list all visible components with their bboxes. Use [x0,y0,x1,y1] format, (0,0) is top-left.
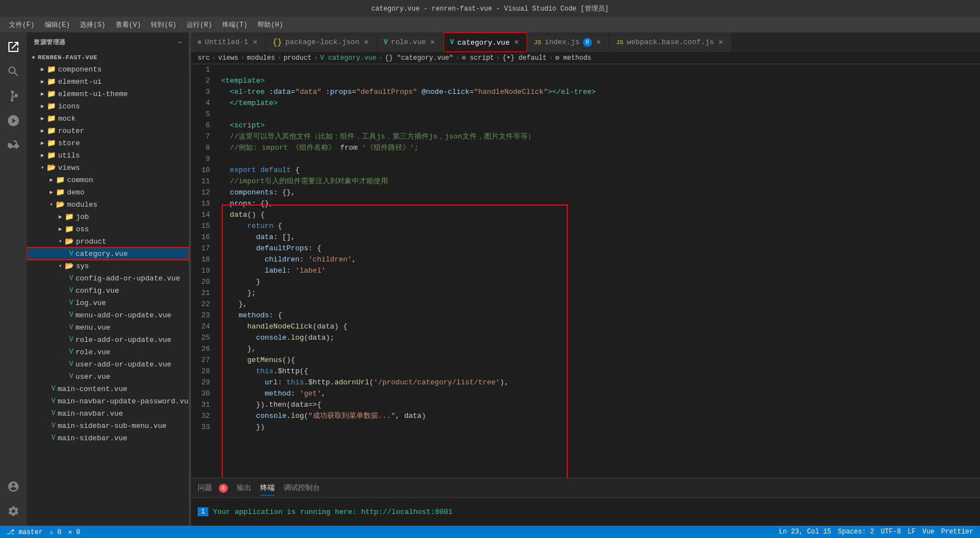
menu-select[interactable]: 选择(S) [75,19,110,31]
tree-label: role-add-or-update.vue [75,336,171,344]
activity-explorer[interactable] [3,37,23,57]
sidebar-content[interactable]: ▾ RENREN-FAST-VUE ▶ 📁 components ▶ 📁 ele… [27,52,189,526]
menu-edit[interactable]: 编辑(E) [40,19,75,31]
panel-tab-output[interactable]: 输出 [237,480,251,495]
status-errors[interactable]: ✕ 0 [68,528,80,536]
tree-item-store[interactable]: ▶ 📁 store [27,137,189,149]
activity-settings[interactable] [3,501,23,521]
activity-search[interactable] [3,61,23,82]
tab-untitled[interactable]: ≡ Untitled-1 × [191,32,266,52]
tree-label: router [58,127,84,135]
tab-webpack[interactable]: JS webpack.base.conf.js × [609,32,732,52]
tree-label: store [58,139,80,147]
tree-item-role-vue[interactable]: V role.vue [27,346,189,358]
bottom-panel: 问题 8 输出 终端 调试控制台 1 Your application is r… [191,478,980,526]
tree-item-job[interactable]: ▶ 📁 job [27,211,189,223]
code-line-14: 14 data() { [191,210,980,221]
tree-item-demo[interactable]: ▶ 📁 demo [27,186,189,198]
tab-close-category[interactable]: × [513,37,520,47]
new-file-icon[interactable]: ⋯ [178,39,182,46]
tree-label: role.vue [75,348,110,356]
tree-item-main-content[interactable]: V main-content.vue [27,383,189,395]
project-name: RENREN-FAST-VUE [38,54,98,61]
menu-view[interactable]: 查看(V) [111,19,146,31]
tab-label: Untitled-1 [205,38,248,46]
menu-goto[interactable]: 转到(G) [146,19,181,31]
tree-item-main-sidebar[interactable]: V main-sidebar.vue [27,432,189,444]
tree-item-element-ui[interactable]: ▶ 📁 element-ui [27,75,189,88]
tree-item-user-vue[interactable]: V user.vue [27,370,189,383]
tree-item-product[interactable]: ▾ 📂 product [27,235,189,247]
status-warnings[interactable]: ⚠ 0 [49,528,61,536]
tree-item-config-vue[interactable]: V config.vue [27,284,189,297]
activity-accounts[interactable] [3,477,23,497]
breadcrumb-methods[interactable]: ⚙ methods [555,54,591,62]
tree-item-modules[interactable]: ▾ 📂 modules [27,198,189,211]
breadcrumb-obj[interactable]: {} "category.vue" [385,54,453,62]
tree-item-oss[interactable]: ▶ 📁 oss [27,223,189,235]
breadcrumb-category-vue[interactable]: V category.vue [320,54,376,62]
panel-tab-debug[interactable]: 调试控制台 [284,480,320,495]
tree-item-mock[interactable]: ▶ 📁 mock [27,112,189,125]
status-formatter[interactable]: Prettier [941,528,973,536]
code-line-12: 12 components: {}, [191,187,980,198]
tab-index-js[interactable]: JS index.js 8 × [527,32,609,52]
breadcrumb-src[interactable]: src [198,54,210,62]
panel-tabs: 问题 8 输出 终端 调试控制台 [191,478,980,498]
menu-help[interactable]: 帮助(H) [253,19,288,31]
breadcrumb: src › views › modules › product › V cate… [191,52,980,64]
tab-package-lock[interactable]: {} package-lock.json × [266,32,377,52]
tree-item-role-add[interactable]: V role-add-or-update.vue [27,334,189,346]
tree-label: modules [67,201,98,209]
tree-item-main-sidebar-sub[interactable]: V main-sidebar-sub-menu.vue [27,420,189,432]
tree-item-config-add[interactable]: V config-add-or-update.vue [27,272,189,284]
menu-run[interactable]: 运行(R) [182,19,217,31]
menu-terminal[interactable]: 终端(T) [218,19,252,31]
tree-item-log-vue[interactable]: V log.vue [27,297,189,309]
panel-tab-problems[interactable]: 问题 8 [198,480,228,496]
breadcrumb-default[interactable]: {•} default [503,54,547,62]
tab-close-package[interactable]: × [362,37,369,47]
tree-label: user-add-or-update.vue [75,360,171,369]
code-line-4: 4 </template> [191,98,980,109]
code-editor[interactable]: 1 2 <template> 3 <el-tree :data="data" :… [191,64,980,478]
breadcrumb-views[interactable]: views [218,54,238,62]
tree-item-main-navbar-update[interactable]: V main-navbar-update-password.vue [27,395,189,407]
status-branch[interactable]: ⎇ master [7,528,42,536]
tab-close-index[interactable]: × [595,37,602,47]
tree-item-sys[interactable]: ▾ 📂 sys [27,260,189,272]
code-line-27: 27 getMenus(){ [191,355,980,366]
tree-item-components[interactable]: ▶ 📁 components [27,63,189,75]
tree-label: main-sidebar.vue [58,434,127,442]
breadcrumb-modules[interactable]: modules [247,54,275,62]
tree-item-menu-add[interactable]: V menu-add-or-update.vue [27,309,189,321]
tree-label: menu.vue [75,323,110,332]
tree-item-router[interactable]: ▶ 📁 router [27,125,189,137]
tree-item-icons[interactable]: ▶ 📁 icons [27,100,189,112]
code-line-7: 7 //这里可以导入其他文件（比如：组件，工具js，第三方插件js，json文件… [191,131,980,142]
activity-source-control[interactable] [3,86,23,106]
tab-close-webpack[interactable]: × [717,37,724,47]
status-language[interactable]: Vue [922,528,935,536]
tree-item-menu-vue[interactable]: V menu.vue [27,321,189,334]
sidebar-header-icons: ⋯ [178,39,182,46]
menu-file[interactable]: 文件(F) [4,19,39,31]
project-root[interactable]: ▾ RENREN-FAST-VUE [27,52,189,63]
tree-item-category-vue[interactable]: V category.vue [27,247,189,260]
tab-close-role[interactable]: × [429,37,436,47]
code-line-9: 9 [191,154,980,165]
tab-category-vue[interactable]: V category.vue × [443,32,527,52]
activity-extensions[interactable] [3,135,23,155]
breadcrumb-script[interactable]: ⊙ script [462,54,494,62]
tree-item-user-add[interactable]: V user-add-or-update.vue [27,358,189,370]
breadcrumb-product[interactable]: product [284,54,312,62]
panel-tab-terminal[interactable]: 终端 [260,480,275,496]
tree-item-element-ui-theme[interactable]: ▶ 📁 element-ui-theme [27,88,189,100]
tree-item-views[interactable]: ▾ 📂 views [27,161,189,174]
tab-close-untitled[interactable]: × [252,37,259,47]
tree-item-main-navbar[interactable]: V main-navbar.vue [27,407,189,420]
activity-debug[interactable] [3,111,23,131]
tab-role-vue[interactable]: V role.vue × [377,32,443,52]
tree-item-common[interactable]: ▶ 📁 common [27,174,189,186]
tree-item-utils[interactable]: ▶ 📁 utils [27,149,189,161]
